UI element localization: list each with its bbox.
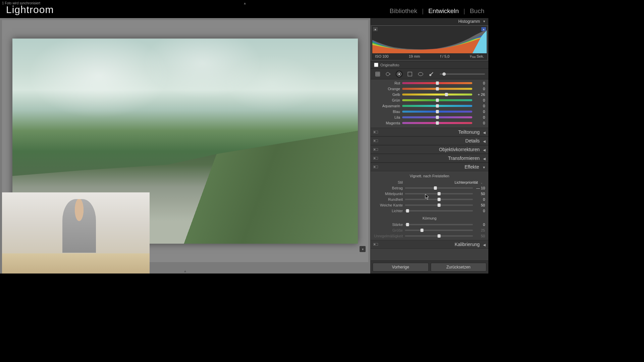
- effect-value[interactable]: 25: [475, 228, 485, 232]
- hsl-slider-track[interactable]: [402, 116, 472, 118]
- radial-filter-tool-icon[interactable]: [417, 70, 424, 78]
- reset-button[interactable]: Zurücksetzen: [431, 263, 487, 272]
- panel-toggle-switch[interactable]: [373, 131, 378, 133]
- histogram-title: Histogramm: [458, 19, 480, 24]
- hsl-slider-row: Magenta 0: [374, 120, 485, 126]
- exif-shutter: ¹⁄₅₀₀ Sek.: [470, 54, 484, 59]
- histogram[interactable]: ▲ ▲ ISO 100 19 mm f / 5,0 ¹⁄₅₀₀ Sek.: [372, 26, 487, 60]
- hsl-value[interactable]: + 26: [474, 93, 485, 97]
- collapsed-panel-header[interactable]: Objektivkorrekturen ◀: [371, 145, 488, 154]
- slider-handle[interactable]: [437, 198, 440, 201]
- hsl-slider-track[interactable]: [402, 122, 472, 124]
- effect-slider-track[interactable]: [405, 230, 473, 231]
- slider-handle[interactable]: [437, 192, 440, 195]
- mask-amount-slider[interactable]: [440, 73, 485, 75]
- hsl-slider-track[interactable]: [402, 99, 472, 101]
- slider-handle[interactable]: [442, 72, 446, 76]
- effect-value[interactable]: 50: [475, 234, 485, 238]
- hsl-value[interactable]: 0: [474, 110, 485, 114]
- effect-value[interactable]: 0: [475, 209, 485, 213]
- calibration-title: Kalibrierung: [454, 242, 480, 247]
- effect-slider-track[interactable]: [405, 235, 473, 237]
- slider-handle[interactable]: [437, 203, 440, 207]
- module-library[interactable]: Bibliothek: [390, 7, 417, 15]
- slider-handle[interactable]: [436, 104, 439, 108]
- effect-label: Lichter: [374, 209, 403, 213]
- slider-handle[interactable]: [445, 93, 448, 96]
- effect-value[interactable]: — 10: [475, 186, 485, 190]
- develop-footer-buttons: Vorherige Zurücksetzen: [371, 260, 488, 274]
- effects-panel-header[interactable]: Effekte ▼: [371, 163, 488, 171]
- hsl-slider-track[interactable]: [402, 111, 472, 113]
- slider-handle[interactable]: [436, 99, 439, 102]
- hsl-label: Lila: [374, 115, 400, 119]
- hsl-slider-track[interactable]: [402, 94, 472, 96]
- slider-handle[interactable]: [420, 229, 423, 232]
- hsl-slider-row: Orange 0: [374, 86, 485, 92]
- slider-handle[interactable]: [436, 81, 439, 85]
- hsl-slider-row: Blau 0: [374, 109, 485, 114]
- slider-handle[interactable]: [436, 110, 439, 113]
- highlight-clip-indicator[interactable]: ▲: [481, 27, 486, 31]
- hsl-slider-track[interactable]: [402, 88, 472, 90]
- previous-button[interactable]: Vorherige: [373, 263, 429, 272]
- collapsed-panel-header[interactable]: Transformieren ◀: [371, 154, 488, 163]
- calibration-panel-header[interactable]: Kalibrierung ◀: [371, 240, 488, 249]
- effect-slider-track[interactable]: [405, 224, 473, 225]
- original-photo-row[interactable]: Originalfoto: [371, 61, 488, 69]
- module-develop[interactable]: Entwickeln: [428, 7, 459, 15]
- effect-label: Größe: [374, 228, 403, 232]
- crop-tool-icon[interactable]: [374, 70, 381, 78]
- shadow-clip-indicator[interactable]: ▲: [373, 27, 378, 31]
- chevron-down-icon: ▼: [482, 166, 486, 169]
- hsl-value[interactable]: 0: [474, 81, 485, 85]
- collapsed-panel-header[interactable]: Teiltonung ◀: [371, 128, 488, 136]
- effect-value[interactable]: 0: [475, 197, 485, 201]
- svg-rect-0: [376, 72, 380, 76]
- effect-slider-track[interactable]: [405, 187, 473, 189]
- collapsed-panel-header[interactable]: Details ◀: [371, 136, 488, 145]
- slider-handle[interactable]: [436, 116, 439, 119]
- slider-handle[interactable]: [406, 223, 409, 226]
- top-collapse-handle[interactable]: ▲: [243, 1, 247, 5]
- effect-value[interactable]: 50: [475, 192, 485, 196]
- hsl-value[interactable]: 0: [474, 121, 485, 125]
- effect-slider-track[interactable]: [405, 199, 473, 200]
- bottom-collapse-handle[interactable]: ▲: [183, 269, 187, 273]
- hsl-value[interactable]: 0: [474, 115, 485, 119]
- graduated-filter-tool-icon[interactable]: [406, 70, 414, 78]
- hsl-slider-track[interactable]: [402, 82, 472, 84]
- effect-slider-row: Weiche Kante 50: [374, 202, 485, 208]
- effects-toggle-switch[interactable]: [373, 166, 378, 168]
- brush-tool-icon[interactable]: [428, 70, 435, 78]
- panel-toggle-switch[interactable]: [373, 148, 378, 151]
- vignette-style-dropdown[interactable]: Lichterpriorität ⌄: [405, 180, 485, 184]
- effect-slider-track[interactable]: [405, 204, 473, 206]
- effect-slider-track[interactable]: [405, 210, 473, 212]
- calibration-toggle-switch[interactable]: [373, 243, 378, 246]
- slider-handle[interactable]: [437, 234, 440, 238]
- spot-removal-tool-icon[interactable]: [385, 70, 392, 78]
- hsl-value[interactable]: 0: [474, 104, 485, 108]
- panel-toggle-switch[interactable]: [373, 139, 378, 142]
- slider-handle[interactable]: [436, 87, 439, 90]
- original-photo-checkbox[interactable]: [374, 63, 378, 67]
- top-bar: 1 Foto wird synchronisiert ▲ Lightroom B…: [0, 0, 488, 18]
- hsl-slider-track[interactable]: [402, 105, 472, 107]
- module-book[interactable]: Buch: [470, 7, 484, 15]
- panel-toggle-switch[interactable]: [373, 157, 378, 160]
- effect-label: Betrag: [374, 186, 403, 190]
- hsl-value[interactable]: 0: [474, 87, 485, 91]
- panel-title: Teiltonung: [458, 129, 480, 135]
- effect-slider-track[interactable]: [405, 193, 473, 194]
- hsl-value[interactable]: 0: [474, 98, 485, 102]
- effect-value[interactable]: 0: [475, 223, 485, 227]
- hsl-label: Blau: [374, 110, 400, 114]
- slider-handle[interactable]: [436, 121, 439, 125]
- slider-handle[interactable]: [406, 209, 409, 213]
- histogram-header[interactable]: Histogramm ▼: [371, 18, 488, 25]
- redeye-tool-icon[interactable]: [395, 70, 403, 78]
- slider-handle[interactable]: [434, 186, 437, 190]
- effect-value[interactable]: 50: [475, 203, 485, 207]
- filmstrip-toggle[interactable]: ▾: [360, 246, 366, 252]
